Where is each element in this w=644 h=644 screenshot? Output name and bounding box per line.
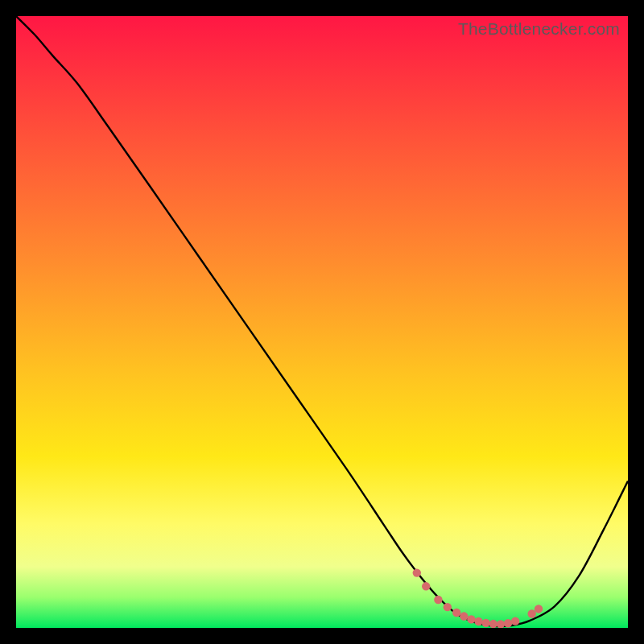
marker-dot [422,582,430,590]
chart-svg [16,16,628,628]
marker-dot [511,617,519,625]
chart-frame: TheBottlenecker.com [16,16,628,628]
marker-dot [481,619,489,627]
marker-dot [452,609,460,617]
marker-dot [489,620,497,628]
marker-dot [527,609,535,617]
marker-dot [467,615,475,623]
marker-dot [504,619,512,627]
marker-dot [444,603,452,611]
marker-dot [413,568,421,576]
marker-dot [474,617,482,625]
marker-dot [434,596,442,604]
marker-dot [535,605,543,613]
gradient-background [16,16,628,628]
watermark-text: TheBottlenecker.com [458,19,620,39]
marker-dot [460,612,468,620]
